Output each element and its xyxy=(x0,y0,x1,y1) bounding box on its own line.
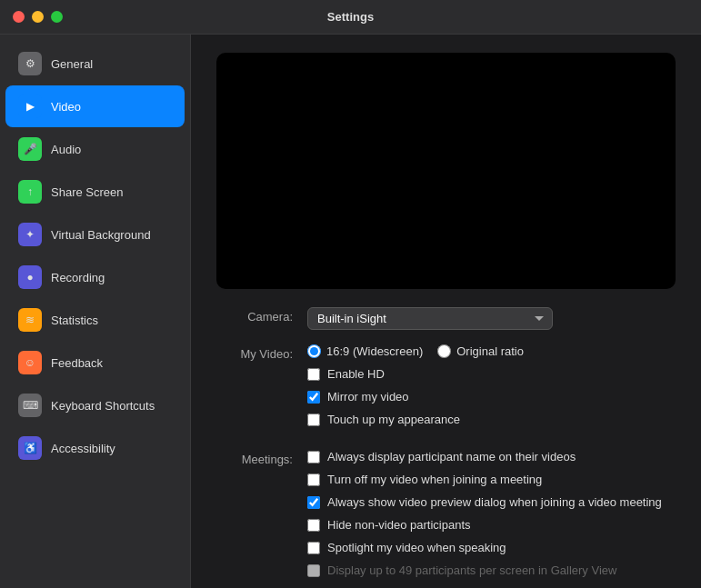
meetings-row: Meetings: Always display participant nam… xyxy=(216,450,676,586)
mirror-video-label: Mirror my video xyxy=(327,390,409,404)
sidebar-item-general[interactable]: ⚙General xyxy=(5,43,185,85)
my-video-controls: 16:9 (Widescreen) Original ratio Enable … xyxy=(307,344,676,435)
sidebar-item-statistics[interactable]: ≋Statistics xyxy=(5,299,185,341)
sidebar-item-label-feedback: Feedback xyxy=(51,356,103,370)
video-preview xyxy=(216,53,676,289)
main-panel: Camera: Built-in iSightFaceTime HD Camer… xyxy=(191,35,701,588)
enable-hd-checkbox[interactable] xyxy=(307,368,320,381)
sidebar: ⚙General▶Video🎤Audio↑Share Screen✦Virtua… xyxy=(0,35,191,588)
sidebar-item-virtual-background[interactable]: ✦Virtual Background xyxy=(5,214,185,255)
sidebar-item-feedback[interactable]: ☺Feedback xyxy=(5,342,185,384)
ratio-group: 16:9 (Widescreen) Original ratio xyxy=(307,344,676,358)
window-controls xyxy=(13,11,63,23)
display-49-option[interactable]: Display up to 49 participants per screen… xyxy=(307,563,676,577)
share-screen-icon: ↑ xyxy=(18,180,42,204)
maximize-button[interactable] xyxy=(51,11,63,23)
general-icon: ⚙ xyxy=(18,52,42,75)
accessibility-icon: ♿ xyxy=(18,436,42,460)
meetings-controls: Always display participant name on their… xyxy=(307,450,676,586)
display-49-checkbox xyxy=(307,564,320,577)
enable-hd-option[interactable]: Enable HD xyxy=(307,367,676,381)
sidebar-item-video[interactable]: ▶Video xyxy=(5,85,185,127)
turn-off-video-label: Turn off my video when joining a meeting xyxy=(327,473,542,486)
spotlight-video-label: Spotlight my video when speaking xyxy=(327,541,506,554)
touch-up-checkbox[interactable] xyxy=(307,414,320,426)
camera-select[interactable]: Built-in iSightFaceTime HD CameraOBS Vir… xyxy=(307,307,553,330)
my-video-row: My Video: 16:9 (Widescreen) Original rat… xyxy=(216,344,676,435)
recording-icon: ● xyxy=(18,265,42,289)
sidebar-item-share-screen[interactable]: ↑Share Screen xyxy=(5,171,185,213)
always-show-preview-label: Always show video preview dialog when jo… xyxy=(327,495,662,509)
sidebar-item-label-video: Video xyxy=(51,100,81,114)
mirror-video-checkbox[interactable] xyxy=(307,391,320,404)
sidebar-item-label-share-screen: Share Screen xyxy=(51,185,124,199)
virtual-background-icon: ✦ xyxy=(18,223,42,246)
sidebar-item-label-virtual-background: Virtual Background xyxy=(51,228,151,242)
window-title: Settings xyxy=(327,10,374,24)
sidebar-item-audio[interactable]: 🎤Audio xyxy=(5,128,185,170)
always-show-preview-checkbox[interactable] xyxy=(307,496,320,509)
camera-row: Camera: Built-in iSightFaceTime HD Camer… xyxy=(216,307,676,330)
meetings-label: Meetings: xyxy=(216,450,307,466)
ratio-original-option[interactable]: Original ratio xyxy=(437,344,524,358)
sidebar-item-keyboard-shortcuts[interactable]: ⌨Keyboard Shortcuts xyxy=(5,384,185,426)
sidebar-item-label-general: General xyxy=(51,57,93,71)
feedback-icon: ☺ xyxy=(18,351,42,374)
hide-non-video-option[interactable]: Hide non-video participants xyxy=(307,518,676,532)
sidebar-item-label-statistics: Statistics xyxy=(51,314,98,327)
always-display-name-checkbox[interactable] xyxy=(307,451,320,463)
spotlight-video-option[interactable]: Spotlight my video when speaking xyxy=(307,541,676,554)
turn-off-video-option[interactable]: Turn off my video when joining a meeting xyxy=(307,473,676,486)
ratio-16-9-option[interactable]: 16:9 (Widescreen) xyxy=(307,344,423,358)
ratio-16-9-radio[interactable] xyxy=(307,344,321,358)
app-content: ⚙General▶Video🎤Audio↑Share Screen✦Virtua… xyxy=(0,35,701,588)
sidebar-item-recording[interactable]: ●Recording xyxy=(5,256,185,298)
audio-icon: 🎤 xyxy=(18,137,42,161)
minimize-button[interactable] xyxy=(32,11,44,23)
turn-off-video-checkbox[interactable] xyxy=(307,473,320,486)
enable-hd-label: Enable HD xyxy=(327,367,385,381)
ratio-original-label: Original ratio xyxy=(456,344,524,358)
sidebar-item-accessibility[interactable]: ♿Accessibility xyxy=(5,427,185,469)
close-button[interactable] xyxy=(13,11,25,23)
camera-label: Camera: xyxy=(216,307,307,324)
hide-non-video-checkbox[interactable] xyxy=(307,519,320,532)
ratio-16-9-label: 16:9 (Widescreen) xyxy=(326,344,423,358)
mirror-video-option[interactable]: Mirror my video xyxy=(307,390,676,404)
video-icon: ▶ xyxy=(18,95,42,118)
hide-non-video-label: Hide non-video participants xyxy=(327,518,471,532)
titlebar: Settings xyxy=(0,0,701,35)
touch-up-option[interactable]: Touch up my appearance xyxy=(307,413,676,426)
sidebar-item-label-recording: Recording xyxy=(51,271,105,284)
display-49-label: Display up to 49 participants per screen… xyxy=(327,563,616,577)
always-display-name-label: Always display participant name on their… xyxy=(327,450,576,463)
keyboard-shortcuts-icon: ⌨ xyxy=(18,394,42,417)
sidebar-item-label-audio: Audio xyxy=(51,143,81,156)
ratio-original-radio[interactable] xyxy=(437,344,451,358)
touch-up-label: Touch up my appearance xyxy=(327,413,460,426)
sidebar-item-label-keyboard-shortcuts: Keyboard Shortcuts xyxy=(51,399,155,413)
statistics-icon: ≋ xyxy=(18,308,42,332)
camera-controls: Built-in iSightFaceTime HD CameraOBS Vir… xyxy=(307,307,676,330)
spotlight-video-checkbox[interactable] xyxy=(307,542,320,554)
my-video-label: My Video: xyxy=(216,344,307,361)
always-show-preview-option[interactable]: Always show video preview dialog when jo… xyxy=(307,495,676,509)
always-display-name-option[interactable]: Always display participant name on their… xyxy=(307,450,676,463)
sidebar-item-label-accessibility: Accessibility xyxy=(51,442,115,455)
